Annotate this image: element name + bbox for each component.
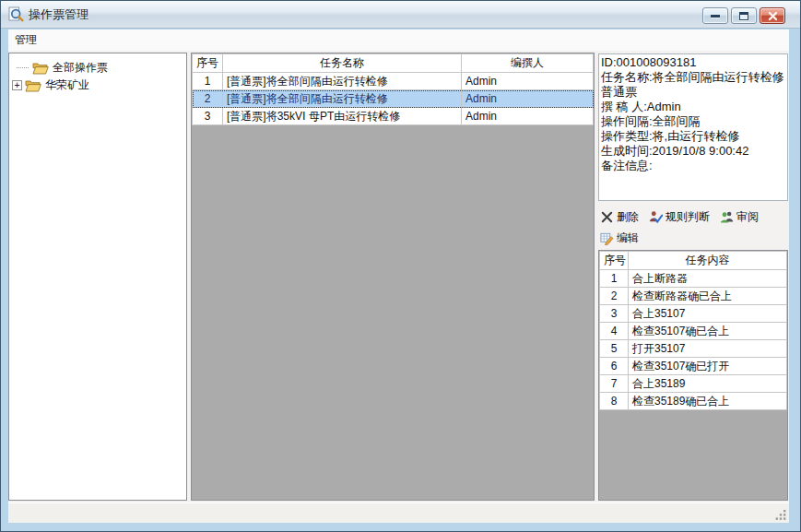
open-folder-icon (25, 79, 41, 92)
tree-item-all-tickets[interactable]: 全部操作票 (9, 59, 186, 77)
task-content-panel: 序号 任务内容 1 合上断路器 2 检查断路器确已合上 3 合上35107 (598, 250, 788, 501)
edit-toolbar: 编辑 (600, 229, 788, 247)
table-row[interactable]: 1 [普通票]将全部间隔由运行转检修 Admin (193, 73, 594, 90)
tree-item-huarong-mine[interactable]: + 华荣矿业 (9, 77, 186, 94)
detail-created: 生成时间:2019/10/8 9:00:42 (601, 144, 785, 159)
ticket-list-panel: 序号 任务名称 编撰人 1 [普通票]将全部间隔由运行转检修 Admin 2 [… (191, 53, 595, 501)
row-task-name: [普通票]将全部间隔由运行转检修 (223, 90, 462, 108)
detail-panel: ID:001008093181 任务名称:将全部间隔由运行转检修 普通票 撰 稿… (598, 53, 788, 501)
row-no: 1 (193, 73, 223, 90)
ticket-table: 序号 任务名称 编撰人 1 [普通票]将全部间隔由运行转检修 Admin 2 [… (192, 53, 594, 125)
col-author[interactable]: 编撰人 (462, 54, 594, 73)
table-pencil-icon (600, 231, 614, 245)
row-no: 3 (193, 108, 223, 125)
task-table: 序号 任务内容 1 合上断路器 2 检查断路器确已合上 3 合上35107 (599, 251, 787, 410)
row-author: Admin (462, 90, 594, 108)
tree-item-label: 全部操作票 (53, 60, 108, 76)
table-row[interactable]: 4 检查35107确已合上 (600, 323, 787, 340)
ticket-details: ID:001008093181 任务名称:将全部间隔由运行转检修 普通票 撰 稿… (598, 53, 788, 201)
titlebar[interactable]: 操作票管理 (1, 1, 800, 29)
detail-remark: 备注信息: (601, 159, 785, 173)
ticket-tree: 全部操作票 + 华荣矿业 (8, 53, 187, 501)
row-author: Admin (462, 73, 594, 90)
detail-type: 操作类型:将,由运行转检修 (601, 129, 785, 144)
app-window: 操作票管理 管理 (0, 0, 801, 532)
statusbar (8, 502, 789, 523)
table-row[interactable]: 6 检查35107确已打开 (600, 358, 787, 375)
table-row[interactable]: 5 打开35107 (600, 340, 787, 358)
col-no[interactable]: 序号 (193, 54, 223, 73)
table-row[interactable]: 2 检查断路器确已合上 (600, 288, 787, 305)
minimize-button[interactable] (702, 7, 728, 24)
menu-item-manage[interactable]: 管理 (8, 30, 43, 51)
close-icon (768, 11, 778, 21)
table-row-selected[interactable]: 2 [普通票]将全部间隔由运行转检修 Admin (193, 90, 594, 108)
detail-id: ID:001008093181 (601, 55, 785, 70)
col-task-name[interactable]: 任务名称 (223, 54, 462, 73)
review-button[interactable]: 审阅 (720, 207, 759, 226)
col-no[interactable]: 序号 (600, 252, 629, 270)
table-row[interactable]: 7 合上35189 (600, 375, 787, 393)
detail-task-name: 任务名称:将全部间隔由运行转检修 普通票 (601, 70, 785, 100)
action-toolbar: 删除 规则判断 审 (600, 207, 788, 226)
rule-check-button[interactable]: 规则判断 (649, 207, 710, 226)
row-task-name: [普通票]将全部间隔由运行转检修 (223, 73, 462, 90)
maximize-button[interactable] (731, 7, 757, 24)
delete-x-icon (600, 210, 614, 224)
window-controls (702, 7, 785, 24)
minimize-icon (711, 15, 720, 18)
table-row[interactable]: 1 合上断路器 (600, 270, 787, 288)
maximize-icon (739, 12, 748, 20)
tree-item-label: 华荣矿业 (45, 77, 89, 93)
delete-button[interactable]: 删除 (600, 207, 639, 226)
resize-grip-icon[interactable] (775, 509, 787, 521)
magnifier-document-icon (8, 6, 24, 22)
client-area: 全部操作票 + 华荣矿业 序号 任务名称 编撰人 (8, 51, 789, 502)
row-task-name: [普通票]将35kVⅠ 母PT由运行转检修 (223, 108, 462, 125)
detail-author: 撰 稿 人:Admin (601, 100, 785, 114)
expand-plus-icon[interactable]: + (12, 80, 22, 90)
person-check-icon (649, 210, 663, 224)
edit-button[interactable]: 编辑 (600, 229, 639, 247)
task-table-header: 序号 任务内容 (600, 252, 787, 270)
detail-interval: 操作间隔:全部间隔 (601, 114, 785, 129)
menubar: 管理 (8, 30, 789, 51)
row-author: Admin (462, 108, 594, 125)
row-no: 2 (193, 90, 223, 108)
ticket-table-header: 序号 任务名称 编撰人 (193, 54, 594, 73)
table-row[interactable]: 3 合上35107 (600, 305, 787, 323)
close-button[interactable] (760, 7, 785, 24)
table-row[interactable]: 3 [普通票]将35kVⅠ 母PT由运行转检修 Admin (193, 108, 594, 125)
table-row[interactable]: 8 检查35189确已合上 (600, 393, 787, 410)
col-task-content[interactable]: 任务内容 (629, 252, 787, 270)
tree-connector (17, 67, 29, 68)
people-review-icon (720, 210, 734, 224)
open-folder-icon (32, 62, 49, 75)
window-title: 操作票管理 (29, 6, 88, 23)
